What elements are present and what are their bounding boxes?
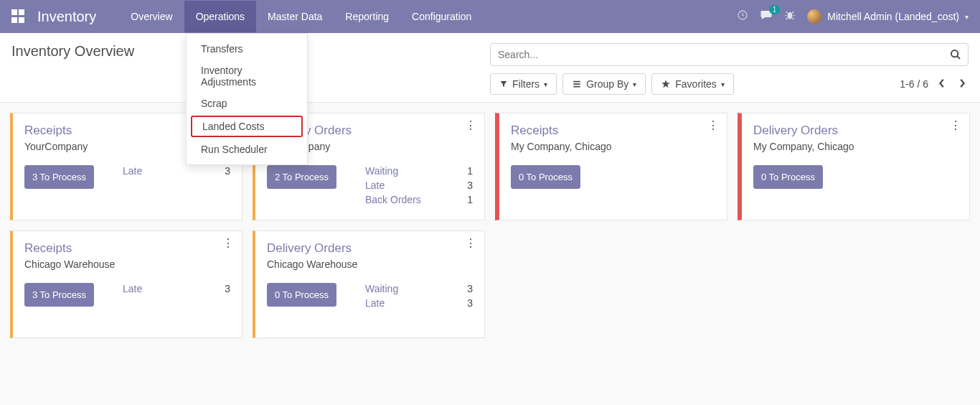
to-process-button[interactable]: 2 To Process xyxy=(267,165,336,189)
stat-row[interactable]: Late3 xyxy=(123,283,230,294)
card-subtitle: My Company, Chicago xyxy=(753,141,958,152)
operations-dropdown: Transfers Inventory Adjustments Scrap La… xyxy=(186,33,308,165)
card-row: 0 To Process xyxy=(511,165,715,189)
stat-label: Back Orders xyxy=(365,194,421,205)
filter-row: Filters ▾ Group By ▾ Favorites ▾ 1-6 / 6 xyxy=(490,73,969,95)
kanban-card[interactable]: ⋮Delivery OrdersMy Company, Chicago0 To … xyxy=(738,113,970,220)
search-input[interactable] xyxy=(490,43,969,66)
card-row: 0 To ProcessWaiting3Late3 xyxy=(267,283,473,309)
card-title[interactable]: Receipts xyxy=(24,241,230,256)
dd-item-run-scheduler[interactable]: Run Scheduler xyxy=(187,139,307,160)
to-process-button[interactable]: 3 To Process xyxy=(24,283,94,307)
apps-icon[interactable] xyxy=(11,9,26,24)
stat-label: Late xyxy=(365,297,385,309)
pager-next[interactable] xyxy=(956,75,969,93)
stat-row[interactable]: Waiting3 xyxy=(365,283,473,294)
chat-icon[interactable]: 1 xyxy=(760,9,773,24)
nav-item-operations[interactable]: Operations xyxy=(184,1,256,32)
pager-prev[interactable] xyxy=(936,75,948,93)
stat-row[interactable]: Back Orders1 xyxy=(365,194,473,205)
dd-item-inventory-adjustments[interactable]: Inventory Adjustments xyxy=(187,60,307,93)
svg-point-1 xyxy=(788,12,793,19)
chevron-down-icon: ▾ xyxy=(965,13,969,21)
kanban-card[interactable]: ⋮Delivery OrdersChicago Warehouse0 To Pr… xyxy=(253,231,485,338)
avatar xyxy=(807,9,821,24)
stat-row[interactable]: Late3 xyxy=(365,297,473,309)
card-subtitle: Chicago Warehouse xyxy=(24,259,230,270)
to-process-button[interactable]: 3 To Process xyxy=(24,165,94,189)
filters-label: Filters xyxy=(512,78,540,90)
stat-label: Late xyxy=(123,283,142,294)
stat-value: 3 xyxy=(225,283,230,294)
stat-row[interactable]: Late3 xyxy=(123,165,230,177)
card-row: 0 To Process xyxy=(753,165,958,189)
kebab-icon[interactable]: ⋮ xyxy=(465,122,476,129)
nav-item-overview[interactable]: Overview xyxy=(119,1,184,32)
card-title[interactable]: Delivery Orders xyxy=(267,241,473,256)
user-name: Mitchell Admin (Landed_cost) xyxy=(827,11,959,22)
search-box xyxy=(490,43,969,66)
kebab-icon[interactable]: ⋮ xyxy=(950,122,961,129)
stat-row[interactable]: Late3 xyxy=(365,180,473,191)
stat-value: 1 xyxy=(467,194,473,205)
card-title[interactable]: Delivery Orders xyxy=(753,124,958,138)
card-stats: Late3 xyxy=(123,165,230,177)
kanban-card[interactable]: ⋮ReceiptsMy Company, Chicago0 To Process xyxy=(495,113,727,220)
dd-item-landed-costs[interactable]: Landed Costs xyxy=(191,116,303,137)
stat-label: Late xyxy=(365,180,385,191)
card-stats: Waiting3Late3 xyxy=(365,283,473,309)
to-process-button[interactable]: 0 To Process xyxy=(267,283,336,307)
stat-value: 3 xyxy=(467,297,473,309)
nav-items: Overview Operations Master Data Reportin… xyxy=(119,1,483,32)
stat-value: 3 xyxy=(225,165,230,177)
bug-icon[interactable] xyxy=(784,9,796,24)
favorites-button[interactable]: Favorites ▾ xyxy=(651,73,734,95)
card-stats: Late3 xyxy=(123,283,230,294)
dd-item-scrap[interactable]: Scrap xyxy=(187,93,307,114)
list-icon xyxy=(572,80,582,88)
stat-value: 3 xyxy=(467,283,473,294)
kebab-icon[interactable]: ⋮ xyxy=(707,122,718,129)
kebab-icon[interactable]: ⋮ xyxy=(222,240,233,247)
to-process-button[interactable]: 0 To Process xyxy=(753,165,823,189)
user-menu[interactable]: Mitchell Admin (Landed_cost) ▾ xyxy=(807,9,969,24)
card-subtitle: My Company, Chicago xyxy=(511,141,715,152)
card-row: 3 To ProcessLate3 xyxy=(24,283,230,307)
brand-title[interactable]: Inventory xyxy=(37,9,96,25)
chevron-down-icon: ▾ xyxy=(633,80,636,88)
chevron-down-icon: ▾ xyxy=(544,80,547,88)
stat-label: Waiting xyxy=(365,165,398,177)
card-row: 2 To ProcessWaiting1Late3Back Orders1 xyxy=(267,165,473,205)
stat-value: 1 xyxy=(467,165,473,177)
control-panel: Inventory Overview Filters ▾ Group By ▾ … xyxy=(0,33,980,103)
stat-label: Late xyxy=(123,165,142,177)
nav-item-master-data[interactable]: Master Data xyxy=(256,1,334,32)
search-icon[interactable] xyxy=(950,49,961,63)
card-subtitle: Chicago Warehouse xyxy=(267,259,473,270)
star-icon xyxy=(661,79,671,89)
funnel-icon xyxy=(499,80,508,88)
favorites-label: Favorites xyxy=(675,78,717,90)
groupby-label: Group By xyxy=(586,78,628,90)
nav-item-configuration[interactable]: Configuration xyxy=(400,1,483,32)
card-stats: Waiting1Late3Back Orders1 xyxy=(365,165,473,205)
svg-point-2 xyxy=(951,50,958,57)
card-title[interactable]: Receipts xyxy=(511,124,715,138)
stat-label: Waiting xyxy=(365,283,398,294)
chat-badge: 1 xyxy=(769,5,781,14)
nav-item-reporting[interactable]: Reporting xyxy=(334,1,400,32)
clock-icon[interactable] xyxy=(737,9,748,24)
kanban-board: ⋮ReceiptsYourCompany3 To ProcessLate3⋮De… xyxy=(0,103,980,348)
stat-value: 3 xyxy=(467,180,473,191)
to-process-button[interactable]: 0 To Process xyxy=(511,165,580,189)
stat-row[interactable]: Waiting1 xyxy=(365,165,473,177)
kanban-card[interactable]: ⋮ReceiptsChicago Warehouse3 To ProcessLa… xyxy=(10,231,242,338)
chevron-down-icon: ▾ xyxy=(721,80,725,88)
dd-item-transfers[interactable]: Transfers xyxy=(187,38,307,60)
card-row: 3 To ProcessLate3 xyxy=(24,165,230,189)
pager: 1-6 / 6 xyxy=(900,75,969,93)
kebab-icon[interactable]: ⋮ xyxy=(465,240,476,247)
filters-button[interactable]: Filters ▾ xyxy=(490,73,557,95)
groupby-button[interactable]: Group By ▾ xyxy=(562,73,646,95)
pager-text: 1-6 / 6 xyxy=(900,78,928,90)
